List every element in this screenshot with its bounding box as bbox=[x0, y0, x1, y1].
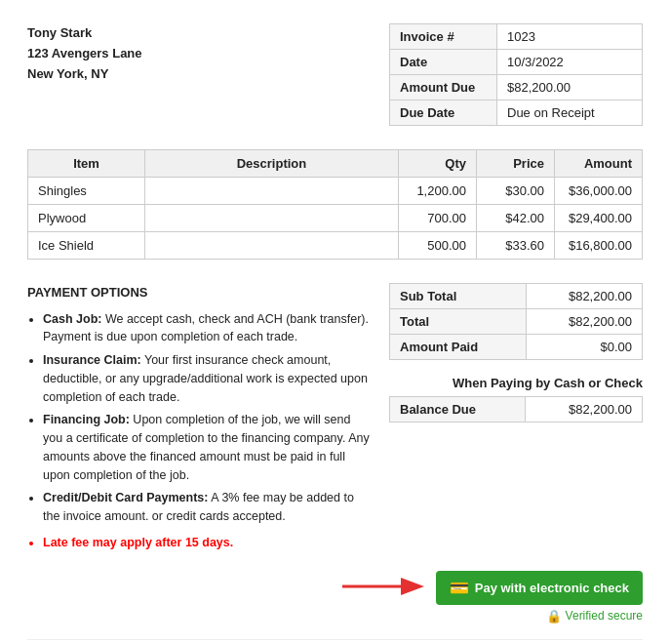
table-cell-item: Shingles bbox=[28, 178, 145, 205]
items-table: Item Description Qty Price Amount Shingl… bbox=[27, 149, 643, 260]
table-cell-amount: $16,800.00 bbox=[555, 232, 643, 260]
payment-options: PAYMENT OPTIONS Cash Job: We accept cash… bbox=[27, 283, 370, 557]
right-panel: Sub Total $82,200.00 Total $82,200.00 Am… bbox=[389, 283, 643, 557]
table-cell-qty: 1,200.00 bbox=[399, 178, 477, 205]
invoice-date-value: 10/3/2022 bbox=[497, 50, 643, 75]
bottom-section: PAYMENT OPTIONS Cash Job: We accept cash… bbox=[27, 283, 643, 557]
invoice-due-date-row: Due Date Due on Receipt bbox=[390, 101, 643, 126]
subtotal-row: Sub Total $82,200.00 bbox=[390, 284, 643, 309]
payment-option-item: Credit/Debit Card Payments: A 3% fee may… bbox=[43, 489, 370, 526]
table-row: Shingles1,200.00$30.00$36,000.00 bbox=[28, 178, 643, 205]
table-cell-price: $30.00 bbox=[477, 178, 555, 205]
cash-verified-row: 🔒 Verified secure bbox=[27, 609, 643, 624]
table-cell-qty: 500.00 bbox=[399, 232, 477, 260]
invoice-due-date-label: Due Date bbox=[390, 101, 497, 126]
amount-paid-label: Amount Paid bbox=[390, 335, 527, 360]
col-qty: Qty bbox=[399, 150, 477, 178]
invoice-amount-due-row: Amount Due $82,200.00 bbox=[390, 75, 643, 101]
invoice-date-row: Date 10/3/2022 bbox=[390, 50, 643, 75]
cash-balance-label: Balance Due bbox=[390, 397, 526, 423]
table-cell-qty: 700.00 bbox=[399, 205, 477, 232]
section-divider bbox=[27, 639, 643, 640]
invoice-number-value: 1023 bbox=[497, 24, 643, 50]
subtotal-label: Sub Total bbox=[390, 284, 527, 309]
subtotal-value: $82,200.00 bbox=[526, 284, 642, 309]
col-price: Price bbox=[477, 150, 555, 178]
table-cell-amount: $36,000.00 bbox=[555, 178, 643, 205]
invoice-amount-due-value: $82,200.00 bbox=[497, 75, 643, 101]
payment-option-item: Insurance Claim: Your first insurance ch… bbox=[43, 351, 370, 406]
table-cell-amount: $29,400.00 bbox=[555, 205, 643, 232]
invoice-date-label: Date bbox=[390, 50, 497, 75]
total-value: $82,200.00 bbox=[526, 309, 642, 335]
pay-electronic-check-label: Pay with electronic check bbox=[475, 581, 629, 595]
col-description: Description bbox=[145, 150, 399, 178]
invoice-due-date-value: Due on Receipt bbox=[497, 101, 643, 126]
cash-balance-table: Balance Due $82,200.00 bbox=[389, 396, 643, 423]
amount-paid-value: $0.00 bbox=[526, 335, 642, 360]
invoice-table: Invoice # 1023 Date 10/3/2022 Amount Due… bbox=[389, 23, 643, 126]
table-cell-description bbox=[145, 232, 399, 260]
billing-address-line2: New York, NY bbox=[27, 64, 142, 85]
payment-option-item: Cash Job: We accept cash, check and ACH … bbox=[43, 310, 370, 347]
col-item: Item bbox=[28, 150, 145, 178]
billing-info: Tony Stark 123 Avengers Lane New York, N… bbox=[27, 23, 142, 84]
electronic-check-arrow bbox=[340, 573, 428, 603]
cash-balance-value: $82,200.00 bbox=[525, 397, 642, 423]
totals-table: Sub Total $82,200.00 Total $82,200.00 Am… bbox=[389, 283, 643, 360]
total-label: Total bbox=[390, 309, 527, 335]
invoice-number-row: Invoice # 1023 bbox=[390, 24, 643, 50]
electronic-check-icon: 💳 bbox=[450, 579, 469, 597]
col-amount: Amount bbox=[555, 150, 643, 178]
table-cell-description bbox=[145, 205, 399, 232]
table-cell-item: Ice Shield bbox=[28, 232, 145, 260]
table-cell-price: $33.60 bbox=[477, 232, 555, 260]
table-cell-item: Plywood bbox=[28, 205, 145, 232]
cash-balance-row: Balance Due $82,200.00 bbox=[390, 397, 643, 423]
cash-section: When Paying by Cash or Check Balance Due… bbox=[389, 376, 643, 432]
table-row: Ice Shield500.00$33.60$16,800.00 bbox=[28, 232, 643, 260]
cash-lock-icon: 🔒 bbox=[546, 609, 562, 624]
billing-address-line1: 123 Avengers Lane bbox=[27, 44, 142, 64]
electronic-check-action-row: 💳 Pay with electronic check bbox=[27, 571, 643, 605]
table-row: Plywood700.00$42.00$29,400.00 bbox=[28, 205, 643, 232]
header-section: Tony Stark 123 Avengers Lane New York, N… bbox=[27, 23, 643, 126]
total-row: Total $82,200.00 bbox=[390, 309, 643, 335]
pay-electronic-check-button[interactable]: 💳 Pay with electronic check bbox=[436, 571, 643, 605]
table-cell-description bbox=[145, 178, 399, 205]
billing-name: Tony Stark bbox=[27, 23, 142, 44]
invoice-number-label: Invoice # bbox=[390, 24, 497, 50]
amount-paid-row: Amount Paid $0.00 bbox=[390, 335, 643, 360]
table-cell-price: $42.00 bbox=[477, 205, 555, 232]
invoice-amount-due-label: Amount Due bbox=[390, 75, 497, 101]
cash-section-title: When Paying by Cash or Check bbox=[389, 376, 643, 390]
payment-options-heading: PAYMENT OPTIONS bbox=[27, 283, 370, 302]
late-fee-item: Late fee may apply after 15 days. bbox=[43, 534, 370, 552]
payment-option-item: Financing Job: Upon completion of the jo… bbox=[43, 411, 370, 484]
cash-verified-label: Verified secure bbox=[566, 609, 643, 623]
